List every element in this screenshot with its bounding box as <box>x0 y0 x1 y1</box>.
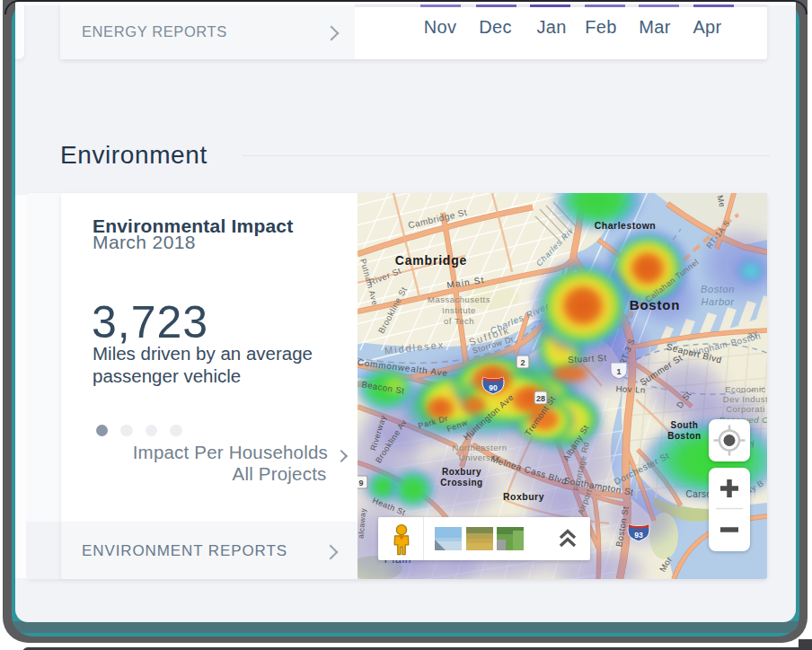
svg-text:Stuart St: Stuart St <box>568 353 607 365</box>
svg-text:Hov Ln: Hov Ln <box>615 383 646 395</box>
svg-text:Charlestown: Charlestown <box>595 220 657 231</box>
svg-text:Crossing: Crossing <box>440 478 482 488</box>
svg-text:Dev Indust: Dev Indust <box>723 394 767 404</box>
svg-text:Massachusetts: Massachusetts <box>428 294 490 304</box>
svg-text:Roxbury: Roxbury <box>442 467 481 477</box>
svg-text:2: 2 <box>520 358 525 367</box>
svg-text:Institute: Institute <box>442 305 476 315</box>
svg-text:93: 93 <box>634 531 643 540</box>
svg-text:Boston: Boston <box>667 431 701 441</box>
svg-text:South: South <box>671 420 699 430</box>
svg-text:Harbor: Harbor <box>701 296 735 307</box>
svg-text:Roxbury: Roxbury <box>503 491 544 502</box>
svg-text:of Tech: of Tech <box>444 316 474 326</box>
svg-text:Northeastern: Northeastern <box>453 443 508 452</box>
svg-text:28: 28 <box>536 394 545 403</box>
svg-text:1: 1 <box>616 367 621 376</box>
svg-text:9: 9 <box>358 479 363 488</box>
svg-text:Boston: Boston <box>701 284 735 294</box>
svg-text:Cambridge: Cambridge <box>395 253 467 268</box>
svg-text:Corporati: Corporati <box>726 404 765 414</box>
svg-text:90: 90 <box>489 383 498 392</box>
svg-text:Economic: Economic <box>725 384 766 394</box>
